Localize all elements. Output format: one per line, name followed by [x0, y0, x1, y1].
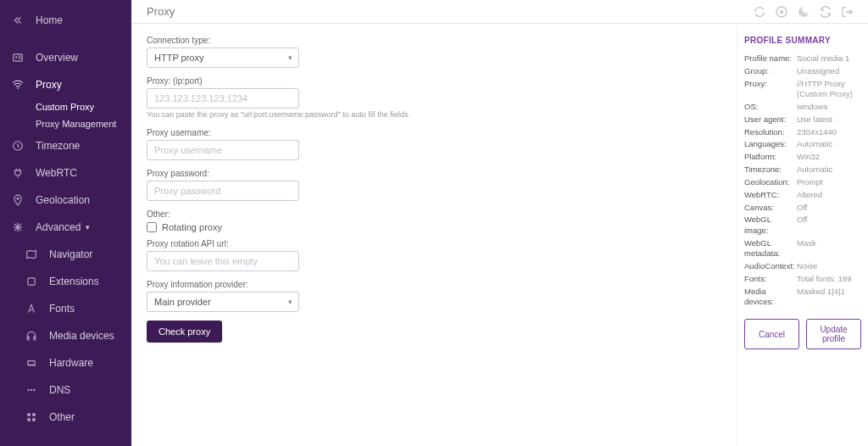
proxy-input[interactable]	[147, 88, 299, 109]
summary-value: 2304x1440	[797, 127, 861, 137]
topbar: Proxy	[131, 0, 868, 24]
logout-icon[interactable]	[841, 5, 854, 19]
sidebar-item-label: Fonts	[49, 303, 75, 315]
sidebar-item-label: Advanced	[36, 221, 81, 233]
proxy-hint: You can paste the proxy as "url:port:use…	[147, 110, 435, 120]
svg-point-4	[17, 198, 19, 200]
rotation-url-label: Proxy rotation API url:	[147, 239, 721, 248]
summary-key: Geolocation:	[744, 177, 797, 187]
refresh-icon[interactable]	[753, 5, 766, 19]
sidebar-item-hardware[interactable]: Hardware	[0, 349, 131, 376]
sidebar-item-label: Timezone	[36, 140, 80, 152]
rotation-url-input[interactable]	[147, 251, 299, 271]
proxy-label: Proxy: (ip:port)	[147, 76, 721, 86]
form-area: Connection type: HTTP proxy Proxy: (ip:p…	[131, 24, 737, 446]
proxy-password-input[interactable]	[147, 181, 299, 201]
sidebar-item-label: WebRTC	[36, 167, 77, 179]
summary-key: OS:	[744, 102, 797, 112]
summary-value: Off	[797, 203, 861, 213]
provider-label: Proxy information provider:	[147, 280, 721, 289]
connection-type-label: Connection type:	[147, 36, 721, 45]
summary-value: //HTTP Proxy (Custom Proxy)	[797, 79, 861, 100]
sidebar-item-other[interactable]: Other	[0, 404, 131, 431]
summary-value: Unassigned	[797, 66, 861, 76]
summary-value: Automatic	[797, 164, 861, 175]
chevron-down-icon: ▾	[86, 223, 90, 231]
summary-key: WebGL metadata:	[744, 238, 797, 259]
provider-select[interactable]: Main provider	[147, 292, 299, 312]
summary-value: Noise	[797, 261, 861, 271]
rotating-proxy-checkbox[interactable]	[147, 222, 157, 232]
svg-point-8	[31, 389, 32, 391]
summary-key: Proxy:	[744, 79, 797, 100]
sidebar-item-media-devices[interactable]: Media devices	[0, 322, 131, 349]
summary-row: AudioContext:Noise	[744, 261, 861, 271]
sidebar-item-navigator[interactable]: Navigator	[0, 241, 131, 268]
sidebar-item-proxy[interactable]: Proxy	[0, 71, 131, 98]
sidebar-item-overview[interactable]: Overview	[0, 44, 131, 71]
moon-icon[interactable]	[797, 5, 810, 19]
sidebar: Home Overview Proxy Custom Proxy Proxy M…	[0, 0, 131, 446]
username-label: Proxy username:	[147, 128, 721, 137]
sync-icon[interactable]	[819, 5, 832, 19]
summary-row: Timezone:Automatic	[744, 164, 861, 175]
summary-key: Resolution:	[744, 127, 797, 137]
summary-row: Profile name:Social media 1	[744, 53, 861, 64]
id-card-icon	[10, 50, 25, 65]
sidebar-home[interactable]: Home	[0, 7, 131, 34]
summary-key: User agent:	[744, 114, 797, 125]
summary-key: Profile name:	[744, 53, 797, 64]
summary-key: Languages:	[744, 139, 797, 149]
summary-row: Geolocation:Prompt	[744, 177, 861, 187]
sidebar-item-label: Proxy	[36, 79, 62, 91]
sidebar-item-advanced[interactable]: Advanced ▾	[0, 214, 131, 241]
profile-summary: PROFILE SUMMARY Profile name:Social medi…	[737, 24, 868, 446]
sidebar-item-label: DNS	[49, 384, 70, 396]
check-proxy-button[interactable]: Check proxy	[147, 321, 222, 343]
sidebar-item-timezone[interactable]: Timezone	[0, 132, 131, 159]
svg-rect-10	[27, 413, 31, 416]
password-label: Proxy password:	[147, 169, 721, 178]
asterisk-icon	[10, 220, 25, 235]
summary-row: WebRTC:Altered	[744, 190, 861, 200]
sidebar-item-label: Extensions	[49, 276, 99, 287]
svg-point-9	[33, 389, 35, 391]
sidebar-item-extensions[interactable]: Extensions	[0, 268, 131, 295]
summary-key: Media devices:	[744, 287, 797, 308]
sidebar-sub-custom-proxy[interactable]: Custom Proxy	[0, 98, 131, 115]
connection-type-select[interactable]: HTTP proxy	[147, 47, 299, 68]
summary-value: Prompt	[797, 177, 861, 187]
cancel-button[interactable]: Cancel	[744, 319, 799, 349]
plus-circle-icon[interactable]	[775, 5, 788, 19]
summary-value: Off	[797, 215, 861, 236]
sidebar-item-fonts[interactable]: Fonts	[0, 295, 131, 322]
chevron-left-icon	[10, 13, 25, 28]
proxy-username-input[interactable]	[147, 140, 299, 160]
memory-icon	[24, 355, 39, 371]
summary-key: AudioContext:	[744, 261, 797, 271]
summary-value: Total fonts: 199	[797, 274, 861, 284]
topbar-actions	[753, 5, 854, 19]
summary-value: Masked 1|4|1	[797, 287, 861, 308]
sidebar-item-geolocation[interactable]: Geolocation	[0, 187, 131, 214]
sidebar-item-label: Media devices	[49, 330, 114, 342]
summary-value: Win32	[797, 152, 861, 162]
svg-point-2	[17, 87, 19, 89]
svg-rect-5	[28, 278, 35, 285]
font-icon	[24, 301, 39, 316]
sidebar-item-dns[interactable]: DNS	[0, 376, 131, 404]
rotating-proxy-label: Rotating proxy	[162, 222, 222, 232]
sidebar-item-webrtc[interactable]: WebRTC	[0, 159, 131, 187]
summary-row: WebGL metadata:Mask	[744, 238, 861, 259]
summary-row: Proxy://HTTP Proxy (Custom Proxy)	[744, 79, 861, 100]
summary-key: WebRTC:	[744, 190, 797, 200]
summary-value: Altered	[797, 190, 861, 200]
sidebar-item-label: Geolocation	[36, 194, 90, 206]
other-label: Other:	[147, 209, 721, 219]
svg-rect-13	[32, 418, 36, 421]
sidebar-sub-proxy-management[interactable]: Proxy Management	[0, 115, 131, 132]
summary-key: Canvas:	[744, 203, 797, 213]
update-profile-button[interactable]: Update profile	[806, 319, 861, 349]
sidebar-item-label: Home	[36, 14, 63, 26]
summary-row: Languages:Automatic	[744, 139, 861, 149]
